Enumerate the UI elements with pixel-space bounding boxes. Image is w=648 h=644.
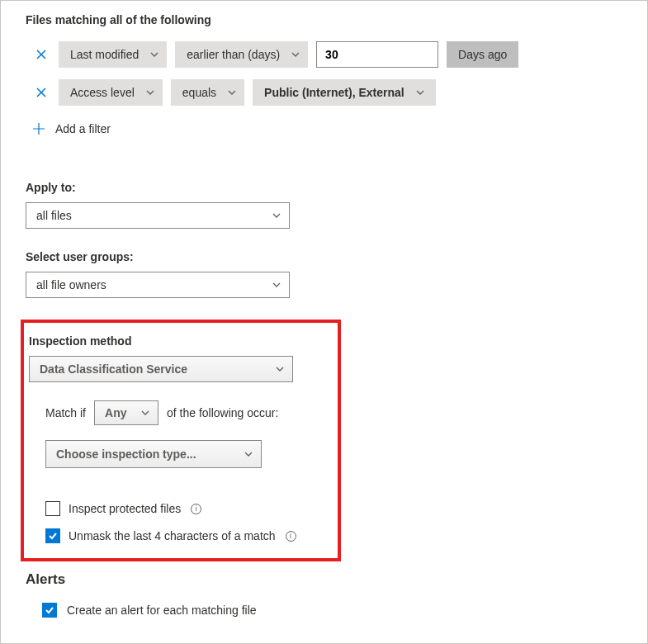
chevron-down-icon [272,281,281,289]
match-suffix-text: of the following occur: [167,406,278,419]
filter-operator-label: earlier than (days) [187,48,280,61]
inspection-type-select[interactable]: Choose inspection type... [45,440,262,468]
filter-value-label: Public (Internet), External [264,86,404,99]
filter-field-select[interactable]: Last modified [59,41,167,68]
create-alert-checkbox[interactable] [42,603,57,618]
filter-operator-label: equals [182,86,216,99]
filter-field-label: Last modified [70,48,139,61]
remove-filter-button[interactable] [32,83,50,102]
match-mode-select[interactable]: Any [94,400,158,425]
chevron-down-icon [228,88,236,97]
apply-to-value: all files [36,209,72,222]
chevron-down-icon [291,50,300,59]
create-alert-row: Create an alert for each matching file [42,603,622,618]
filter-row: Access level equals Public (Internet), E… [32,79,622,106]
filter-operator-select[interactable]: earlier than (days) [175,41,308,68]
filter-field-select[interactable]: Access level [59,79,163,106]
user-groups-value: all file owners [36,278,106,291]
unmask-checkbox[interactable] [45,528,60,543]
match-prefix-text: Match if [45,406,86,419]
create-alert-label: Create an alert for each matching file [67,604,257,617]
chevron-down-icon [244,450,253,458]
inspection-type-placeholder: Choose inspection type... [56,447,196,461]
chevron-down-icon [141,409,149,417]
add-filter-label: Add a filter [55,122,111,135]
chevron-down-icon [146,88,154,97]
chevron-down-icon [416,88,424,97]
info-icon[interactable]: i [286,531,296,542]
chevron-down-icon [272,211,281,220]
inspection-method-highlight: Inspection method Data Classification Se… [21,320,341,561]
close-icon [36,88,46,97]
check-icon [48,531,58,541]
policy-form: Files matching all of the following Last… [0,0,648,644]
info-icon[interactable]: i [191,504,201,514]
check-icon [45,605,54,615]
inspect-protected-checkbox[interactable] [45,501,60,516]
filter-row: Last modified earlier than (days) Days a… [32,41,622,68]
filter-value-input[interactable] [316,41,438,68]
user-groups-select[interactable]: all file owners [26,272,290,298]
apply-to-group: Apply to: all files [26,181,622,229]
filter-field-label: Access level [70,86,135,99]
files-matching-heading: Files matching all of the following [26,13,622,26]
inspect-protected-label: Inspect protected files [69,502,181,515]
filter-unit-label: Days ago [447,41,518,68]
match-condition-row: Match if Any of the following occur: [45,400,324,425]
apply-to-label: Apply to: [26,181,622,194]
unmask-label: Unmask the last 4 characters of a match [69,529,276,542]
close-icon [36,50,46,59]
match-mode-value: Any [105,406,126,419]
inspect-protected-row: Inspect protected files i [45,501,324,516]
filter-operator-select[interactable]: equals [171,79,244,106]
filter-value-select[interactable]: Public (Internet), External [253,79,436,106]
user-groups-group: Select user groups: all file owners [26,250,622,298]
chevron-down-icon [276,365,284,373]
inspection-method-label: Inspection method [29,334,324,348]
alerts-heading: Alerts [26,571,622,588]
inspection-method-value: Data Classification Service [40,362,187,376]
remove-filter-button[interactable] [32,45,50,64]
plus-icon [32,122,45,135]
unmask-row: Unmask the last 4 characters of a match … [45,528,324,543]
chevron-down-icon [150,50,158,59]
inspection-method-select[interactable]: Data Classification Service [29,356,293,382]
user-groups-label: Select user groups: [26,250,622,263]
apply-to-select[interactable]: all files [26,202,290,229]
add-filter-button[interactable]: Add a filter [32,122,622,135]
filters-block: Last modified earlier than (days) Days a… [32,41,622,135]
